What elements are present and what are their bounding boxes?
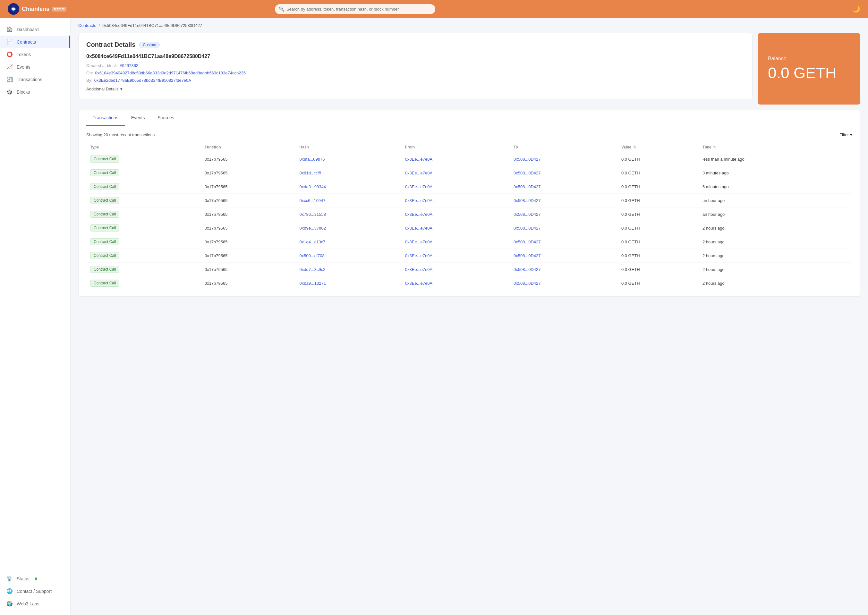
from-link[interactable]: 0x3Ee...e7e0A: [405, 212, 432, 217]
sidebar-item-blocks[interactable]: 🎲 Blocks: [0, 86, 70, 98]
cell-from[interactable]: 0x3Ee...e7e0A: [401, 276, 510, 290]
cell-type: Contract Call: [86, 249, 201, 262]
time-sort-icon[interactable]: ⇅: [713, 145, 716, 149]
to-link[interactable]: 0x508...0D427: [513, 239, 541, 244]
cell-time: 2 hours ago: [699, 235, 852, 249]
from-link[interactable]: 0x3Ee...e7e0A: [405, 157, 432, 162]
filter-button[interactable]: Filter ▾: [840, 133, 852, 137]
tab-sources[interactable]: Sources: [151, 110, 180, 126]
hash-link[interactable]: 0x786...31558: [300, 212, 326, 217]
created-at-row: Created at block: #9497362: [86, 63, 744, 68]
cell-hash[interactable]: 0x1e4...c13c7: [296, 235, 401, 249]
cell-hash[interactable]: 0xb9e...37d02: [296, 221, 401, 235]
main-content: Contracts / 0x5084ce649Fd11e0441BC71aa48…: [70, 18, 868, 615]
from-link[interactable]: 0x3Ee...e7e0A: [405, 239, 432, 244]
cell-from[interactable]: 0x3Ee...e7e0A: [401, 180, 510, 194]
from-link[interactable]: 0x3Ee...e7e0A: [405, 184, 432, 189]
cell-hash[interactable]: 0xdd7...8c9c2: [296, 262, 401, 276]
block-number-link[interactable]: #9497362: [120, 63, 138, 68]
table-row: Contract Call 0x17b79565 0x500...cf708 0…: [86, 249, 852, 262]
hash-link[interactable]: 0xdd7...8c9c2: [300, 267, 325, 272]
by-value-link[interactable]: 0x3Ee2ded1779aE9b65d78bcB24fB950827fde7e…: [94, 78, 191, 83]
tab-transactions[interactable]: Transactions: [86, 110, 125, 126]
sidebar-item-transactions[interactable]: 🔄 Transactions: [0, 73, 70, 86]
cell-to[interactable]: 0x508...0D427: [510, 194, 618, 208]
cell-to[interactable]: 0x508...0D427: [510, 235, 618, 249]
cell-value: 0.0 GETH: [618, 262, 699, 276]
from-link[interactable]: 0x3Ee...e7e0A: [405, 281, 432, 286]
from-link[interactable]: 0x3Ee...e7e0A: [405, 198, 432, 203]
to-link[interactable]: 0x508...0D427: [513, 253, 541, 258]
sidebar-item-dashboard[interactable]: 🏠 Dashboard: [0, 23, 70, 36]
to-link[interactable]: 0x508...0D427: [513, 170, 541, 175]
hash-link[interactable]: 0x500...cf708: [300, 253, 325, 258]
hash-link[interactable]: 0xda3...98344: [300, 184, 326, 189]
value-sort-icon[interactable]: ⇅: [633, 145, 636, 149]
sidebar-item-tokens[interactable]: ⭕ Tokens: [0, 48, 70, 61]
sidebar-item-events[interactable]: 📈 Events: [0, 61, 70, 73]
to-link[interactable]: 0x508...0D427: [513, 212, 541, 217]
theme-toggle-icon[interactable]: 🌙: [852, 5, 860, 13]
cell-to[interactable]: 0x508...0D427: [510, 166, 618, 180]
tab-events[interactable]: Events: [125, 110, 152, 126]
on-value-link[interactable]: 0x6184e39404927d8c59db66a833d9d2d971476f…: [95, 70, 246, 75]
type-badge: Contract Call: [90, 252, 119, 259]
sidebar-item-contracts[interactable]: 📄 Contracts: [0, 36, 70, 48]
from-link[interactable]: 0x3Ee...e7e0A: [405, 226, 432, 231]
cell-from[interactable]: 0x3Ee...e7e0A: [401, 194, 510, 208]
cell-from[interactable]: 0x3Ee...e7e0A: [401, 152, 510, 166]
search-bar[interactable]: 🔍: [275, 4, 435, 14]
cell-to[interactable]: 0x508...0D427: [510, 249, 618, 262]
additional-details-toggle[interactable]: Additional Details ▾: [86, 87, 744, 91]
to-link[interactable]: 0x508...0D427: [513, 198, 541, 203]
cell-to[interactable]: 0x508...0D427: [510, 152, 618, 166]
chevron-down-icon: ▾: [120, 87, 122, 91]
cell-hash[interactable]: 0xda3...98344: [296, 180, 401, 194]
to-link[interactable]: 0x508...0D427: [513, 281, 541, 286]
from-link[interactable]: 0x3Ee...e7e0A: [405, 253, 432, 258]
cell-to[interactable]: 0x508...0D427: [510, 262, 618, 276]
cell-hash[interactable]: 0x8fa...09b76: [296, 152, 401, 166]
cell-to[interactable]: 0x508...0D427: [510, 208, 618, 221]
search-input[interactable]: [275, 4, 435, 14]
cell-hash[interactable]: 0x786...31558: [296, 208, 401, 221]
cell-hash[interactable]: 0x81d...fcfff: [296, 166, 401, 180]
cell-from[interactable]: 0x3Ee...e7e0A: [401, 221, 510, 235]
contract-header: Contract Details Custom: [86, 41, 744, 48]
cell-type: Contract Call: [86, 276, 201, 290]
type-badge: Contract Call: [90, 279, 119, 287]
breadcrumb-contracts-link[interactable]: Contracts: [78, 23, 96, 28]
hash-link[interactable]: 0xb9e...37d02: [300, 226, 326, 231]
hash-link[interactable]: 0xba9...13271: [300, 281, 326, 286]
cell-hash[interactable]: 0xba9...13271: [296, 276, 401, 290]
cell-hash[interactable]: 0x500...cf708: [296, 249, 401, 262]
from-link[interactable]: 0x3Ee...e7e0A: [405, 170, 432, 175]
to-link[interactable]: 0x508...0D427: [513, 184, 541, 189]
cell-from[interactable]: 0x3Ee...e7e0A: [401, 208, 510, 221]
to-link[interactable]: 0x508...0D427: [513, 226, 541, 231]
to-link[interactable]: 0x508...0D427: [513, 267, 541, 272]
cell-to[interactable]: 0x508...0D427: [510, 180, 618, 194]
hash-link[interactable]: 0x1e4...c13c7: [300, 239, 325, 244]
cell-from[interactable]: 0x3Ee...e7e0A: [401, 235, 510, 249]
cell-to[interactable]: 0x508...0D427: [510, 276, 618, 290]
hash-link[interactable]: 0x81d...fcfff: [300, 170, 321, 175]
cell-from[interactable]: 0x3Ee...e7e0A: [401, 249, 510, 262]
hash-link[interactable]: 0xcc6...10947: [300, 198, 325, 203]
created-at-label: Created at block:: [86, 63, 118, 68]
sidebar-item-support[interactable]: 🌐 Contact / Support: [0, 585, 70, 597]
sidebar-item-status[interactable]: 📡 Status: [0, 572, 70, 585]
cell-hash[interactable]: 0xcc6...10947: [296, 194, 401, 208]
cell-from[interactable]: 0x3Ee...e7e0A: [401, 166, 510, 180]
from-link[interactable]: 0x3Ee...e7e0A: [405, 267, 432, 272]
sidebar-item-web3labs[interactable]: 🌍 Web3 Labs: [0, 597, 70, 610]
cell-type: Contract Call: [86, 262, 201, 276]
contract-address[interactable]: 0x5084ce649Fd11e0441BC71aa48e9D8672580D4…: [86, 53, 744, 59]
hash-link[interactable]: 0x8fa...09b76: [300, 157, 325, 162]
to-link[interactable]: 0x508...0D427: [513, 157, 541, 162]
type-badge: Contract Call: [90, 238, 119, 245]
col-value: Value ⇅: [618, 142, 699, 152]
cell-to[interactable]: 0x508...0D427: [510, 221, 618, 235]
type-badge: Contract Call: [90, 156, 119, 162]
cell-from[interactable]: 0x3Ee...e7e0A: [401, 262, 510, 276]
